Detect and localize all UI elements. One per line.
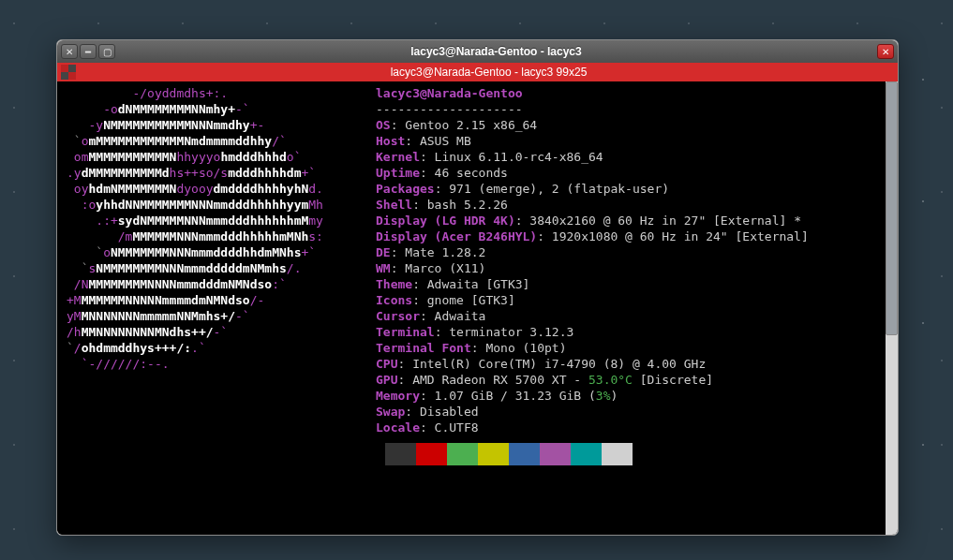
ascii-logo: -/oyddmdhs+:. -odNMMMMMMMMNNmhy+-` -yNMM… <box>67 85 376 435</box>
app-close-button[interactable]: ✕ <box>877 44 894 59</box>
color-swatch <box>478 443 509 465</box>
window-titlebar[interactable]: ✕ ━ ▢ lacyc3@Narada-Gentoo - lacyc3 ✕ <box>57 40 898 63</box>
svg-rect-0 <box>61 65 68 72</box>
svg-rect-3 <box>68 72 76 80</box>
maximize-button[interactable]: ▢ <box>98 44 115 59</box>
color-swatch <box>540 443 571 465</box>
close-button[interactable]: ✕ <box>61 44 78 59</box>
terminal-output[interactable]: -/oyddmdhs+:. -odNMMMMMMMMNNmhy+-` -yNMM… <box>57 81 886 535</box>
color-swatch <box>509 443 540 465</box>
color-swatch <box>571 443 602 465</box>
terminal-area-wrap: -/oyddmdhs+:. -odNMMMMMMMMNNmhy+-` -yNMM… <box>57 81 898 535</box>
svg-rect-1 <box>68 65 76 72</box>
terminator-icon <box>61 65 76 80</box>
minimize-button[interactable]: ━ <box>80 44 97 59</box>
terminator-tabbar[interactable]: lacyc3@Narada-Gentoo - lacyc3 99x25 <box>57 63 898 81</box>
color-swatch <box>602 443 633 465</box>
window-client: lacyc3@Narada-Gentoo - lacyc3 99x25 -/oy… <box>57 63 898 535</box>
terminal-window: ✕ ━ ▢ lacyc3@Narada-Gentoo - lacyc3 ✕ la… <box>56 39 899 536</box>
vertical-scrollbar[interactable] <box>886 81 898 535</box>
svg-rect-2 <box>61 72 68 80</box>
tab-title: lacyc3@Narada-Gentoo - lacyc3 99x25 <box>80 66 898 79</box>
window-controls: ✕ ━ ▢ <box>61 44 115 59</box>
scrollbar-thumb[interactable] <box>886 81 898 335</box>
color-swatches <box>385 443 633 465</box>
color-swatch <box>385 443 416 465</box>
color-swatch <box>447 443 478 465</box>
system-info: lacyc3@Narada-Gentoo -------------------… <box>376 85 880 435</box>
window-title: lacyc3@Narada-Gentoo - lacyc3 <box>115 45 877 58</box>
color-swatch <box>416 443 447 465</box>
